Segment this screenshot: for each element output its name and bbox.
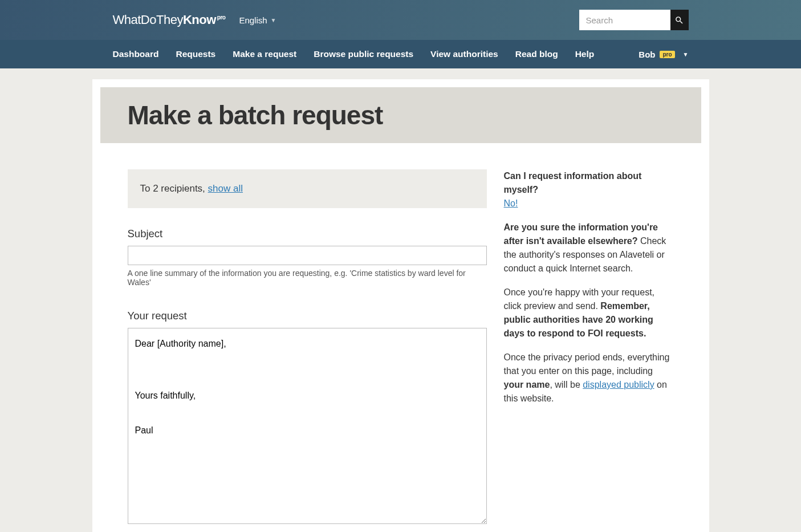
- search-input[interactable]: [579, 10, 670, 30]
- request-label: Your request: [128, 310, 487, 322]
- nav-dashboard[interactable]: Dashboard: [113, 49, 159, 59]
- sidebar-p4-text2: , will be: [550, 380, 583, 389]
- chevron-down-icon: ▼: [271, 17, 277, 23]
- displayed-publicly-link[interactable]: displayed publicly: [583, 380, 654, 389]
- page-title: Make a batch request: [128, 100, 674, 131]
- logo-pro-suffix: pro: [217, 14, 226, 21]
- show-all-link[interactable]: show all: [208, 183, 243, 194]
- recipients-text: To 2 recipients,: [140, 183, 208, 194]
- main-nav: Dashboard Requests Make a request Browse…: [0, 40, 801, 68]
- recipients-summary: To 2 recipients, show all: [128, 169, 487, 208]
- user-menu[interactable]: Bob pro ▼: [639, 50, 688, 59]
- language-selector[interactable]: English ▼: [239, 15, 276, 25]
- chevron-down-icon: ▼: [683, 51, 689, 58]
- search-button[interactable]: [670, 10, 689, 30]
- page-header: Make a batch request: [100, 87, 701, 143]
- nav-make-request[interactable]: Make a request: [233, 49, 296, 59]
- search-icon: [674, 15, 684, 25]
- subject-hint: A one line summary of the information yo…: [128, 269, 487, 287]
- nav-view-authorities[interactable]: View authorities: [430, 49, 498, 59]
- sidebar-q2-bold: Are you sure the information you're afte…: [504, 222, 658, 246]
- subject-label: Subject: [128, 228, 487, 240]
- pro-badge: pro: [660, 51, 674, 58]
- sidebar-help: Can I request information about myself? …: [504, 169, 674, 405]
- nav-read-blog[interactable]: Read blog: [515, 49, 558, 59]
- nav-browse-public[interactable]: Browse public requests: [314, 49, 413, 59]
- logo-text-2: Know: [183, 13, 216, 27]
- sidebar-p4-bold: your name: [504, 380, 550, 389]
- page-container: Make a batch request To 2 recipients, sh…: [92, 79, 709, 532]
- user-name: Bob: [639, 50, 655, 59]
- request-textarea[interactable]: [128, 328, 487, 524]
- logo-text-1: WhatDoThey: [113, 13, 183, 27]
- nav-help[interactable]: Help: [575, 49, 595, 59]
- top-header: WhatDoTheyKnowpro English ▼: [0, 0, 801, 40]
- site-logo[interactable]: WhatDoTheyKnowpro: [113, 13, 226, 27]
- language-label: English: [239, 15, 267, 25]
- sidebar-q1-bold: Can I request information about myself?: [504, 171, 642, 194]
- search-form: [579, 10, 689, 30]
- nav-requests[interactable]: Requests: [176, 49, 216, 59]
- sidebar-no-link[interactable]: No!: [504, 198, 518, 208]
- subject-input[interactable]: [128, 246, 487, 265]
- sidebar-p4-text1: Once the privacy period ends, everything…: [504, 352, 670, 376]
